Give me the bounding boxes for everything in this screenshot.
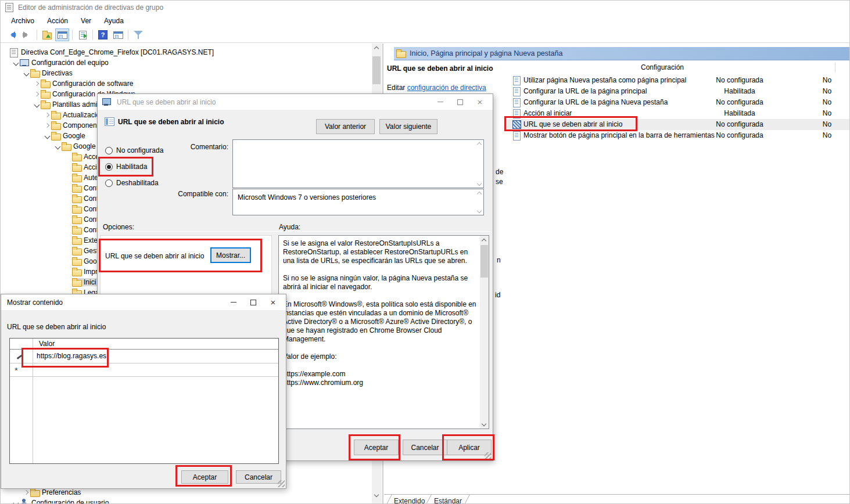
help-icon[interactable]: ? [96,28,110,41]
value-list-label: URL que se deben abrir al inicio [7,323,106,331]
menu-item-ayuda[interactable]: Ayuda [102,16,126,26]
selected-setting-icon [512,120,522,128]
setting-row[interactable]: Configurar la URL de la página principal… [507,86,849,97]
tab-extendido[interactable]: Extendido [394,497,425,504]
chevron-expanded-icon[interactable] [33,101,41,109]
chevron-collapsed-icon[interactable] [44,111,51,119]
setting-comentario: No [786,131,850,139]
forward-icon[interactable] [20,28,34,41]
tree-item[interactable]: Configuración del equipo [1,57,372,68]
folder-icon [72,195,82,203]
setting-comentario: No [786,109,850,117]
help-scrollbar[interactable] [480,236,489,429]
toolbar-separator [92,30,93,40]
tree-item[interactable]: Directiva Conf_Edge_Chrome_Firefox [DC01… [1,47,372,57]
folder-icon [30,488,40,496]
setting-row[interactable]: Acción al iniciarHabilitadaNo [507,108,849,119]
chevron-spacer [64,174,72,182]
setting-estado: No configurada [705,131,774,139]
help-paragraph: Valor de ejemplo: [283,352,477,361]
chevron-expanded-icon[interactable] [54,143,62,150]
tree-item[interactable]: Directivas [1,68,372,78]
edit-policy-link[interactable]: configuración de directiva [407,84,486,92]
tree-item-label: Google [61,132,87,140]
supported-on-value: Microsoft Windows 7 o versiones posterio… [238,193,376,201]
minimize-icon[interactable] [431,94,450,110]
show-button[interactable]: Mostrar... [210,247,251,263]
maximize-icon[interactable] [243,294,263,310]
policy-ok-button[interactable]: Aceptar [354,440,399,455]
supported-on-box[interactable]: Microsoft Windows 7 o versiones posterio… [232,189,484,215]
minimize-icon[interactable] [224,294,243,310]
maximize-icon[interactable] [450,94,470,110]
tree-item-label: Directivas [40,69,74,77]
extended-view-icon[interactable] [111,28,125,41]
setting-icon [512,131,522,139]
next-setting-button[interactable]: Valor siguiente [379,119,437,134]
header-icon-box [384,47,394,60]
chevron-collapsed-icon[interactable] [33,80,41,88]
scroll-down-icon[interactable] [372,491,381,501]
show-contents-ok-button[interactable]: Aceptar [181,470,228,484]
scrollbar-thumb[interactable] [480,245,488,278]
export-list-icon[interactable] [76,28,89,41]
menu-item-archivo[interactable]: Archivo [9,16,37,26]
menu-item-ver[interactable]: Ver [78,16,94,26]
tree-item[interactable]: Configuración de software [1,78,372,89]
chevron-expanded-icon[interactable] [12,59,20,67]
scroll-up-icon[interactable] [480,236,489,244]
scroll-down-icon[interactable] [480,420,489,429]
tab-estandar[interactable]: Estándar [434,497,462,504]
radio-habilitada[interactable]: Habilitada [105,162,204,171]
chevron-spacer [64,185,72,192]
setting-row[interactable]: Configurar la URL de la página Nueva pes… [507,97,849,108]
show-contents-cancel-button[interactable]: Cancelar [236,470,281,484]
chevron-collapsed-icon[interactable] [23,489,30,496]
clipped-text-fragment: de [496,168,503,176]
setting-name: Acción al iniciar [523,109,572,117]
tree-item-label: Inici [82,278,98,286]
resize-grip[interactable] [278,480,285,487]
comment-textarea[interactable] [232,139,484,188]
menu-item-acción[interactable]: Acción [45,16,70,26]
resize-grip[interactable] [485,452,492,459]
show-console-tree-icon[interactable] [40,28,54,41]
folder-icon [396,49,406,57]
setting-name: Mostrar botón de página principal en la … [523,131,715,139]
scroll-down-icon[interactable] [477,181,482,186]
tree-item[interactable]: Configuración de usuario [1,498,372,503]
chevron-expanded-icon[interactable] [23,70,30,77]
setting-row[interactable]: Mostrar botón de página principal en la … [507,130,849,141]
scroll-up-icon[interactable] [477,141,482,146]
filter-icon[interactable] [131,28,145,41]
value-row-new[interactable]: * [10,363,278,377]
folder-icon [51,132,61,140]
chevron-expanded-icon[interactable] [12,499,20,504]
previous-setting-button[interactable]: Valor anterior [316,119,375,134]
scroll-up-icon[interactable] [372,44,381,53]
console-window-icon[interactable] [55,28,69,41]
valor-column-header[interactable]: Valor [39,340,55,348]
chevron-expanded-icon[interactable] [44,132,51,140]
policy-cancel-button[interactable]: Cancelar [403,440,447,455]
back-icon[interactable] [5,28,19,41]
setting-row[interactable]: URL que se deben abrir al inicioNo confi… [507,119,849,130]
setting-row[interactable]: Utilizar página Nueva pestaña como págin… [507,75,849,86]
radio-deshabilitada[interactable]: Deshabilitada [105,178,204,188]
clipped-text-fragment: id [495,291,500,299]
url-value-cell[interactable]: https://blog.ragasys.es [37,352,107,360]
chevron-collapsed-icon[interactable] [33,91,41,98]
setting-name: Configurar la URL de la página principal [523,87,647,95]
scrollbar-thumb[interactable] [372,56,381,84]
text-caret [107,352,107,360]
edit-pencil-icon [16,353,24,360]
value-row-current[interactable]: https://blog.ragasys.es [10,350,278,363]
column-configuracion[interactable]: Configuración [641,63,684,71]
column-separator[interactable] [835,62,835,73]
close-icon[interactable]: × [263,294,283,310]
chevron-collapsed-icon[interactable] [44,122,51,129]
scroll-down-icon[interactable] [477,208,482,214]
close-icon[interactable]: × [470,94,490,110]
radio-circle [105,179,113,187]
scroll-up-icon[interactable] [477,190,482,196]
